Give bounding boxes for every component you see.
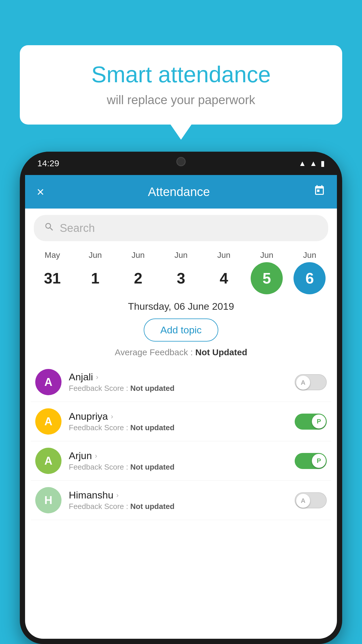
calendar-day[interactable]: Jun5 [248,251,286,294]
chevron-icon: › [96,373,98,381]
status-time: 14:29 [37,158,59,168]
cal-month-label: Jun [303,251,316,260]
avg-feedback: Average Feedback : Not Updated [25,345,337,363]
calendar-day[interactable]: Jun4 [205,251,243,294]
student-info: Anupriya ›Feedback Score : Not updated [69,411,287,432]
speech-bubble: Smart attendance will replace your paper… [20,45,342,125]
cal-date-number[interactable]: 1 [79,262,111,294]
cal-month-label: Jun [174,251,187,260]
student-name: Himanshu › [69,489,287,501]
cal-date-number[interactable]: 6 [294,262,326,294]
cal-date-number[interactable]: 4 [208,262,240,294]
calendar-day[interactable]: Jun6 [291,251,328,294]
avg-feedback-label: Average Feedback : [115,347,193,357]
attendance-toggle[interactable]: A [295,374,327,390]
app-title: Attendance [44,185,314,199]
calendar-day[interactable]: Jun1 [76,251,114,294]
student-avatar: H [35,487,61,513]
feedback-value: Not updated [130,463,175,471]
cal-date-number[interactable]: 31 [36,262,68,294]
toggle-thumb: A [296,494,310,508]
search-bar[interactable]: Search [34,215,328,241]
student-list: AAnjali ›Feedback Score : Not updatedAAA… [25,363,337,520]
search-placeholder: Search [60,222,95,235]
toggle-thumb: P [312,454,326,468]
student-info: Himanshu ›Feedback Score : Not updated [69,489,287,511]
toggle-track: P [295,453,327,469]
toggle-thumb: P [312,414,326,428]
cal-month-label: Jun [217,251,231,260]
cal-month-label: May [45,251,60,260]
feedback-value: Not updated [130,384,175,393]
student-name: Anjali › [69,371,287,383]
feedback-value: Not updated [130,502,175,511]
toggle-thumb: A [296,376,310,390]
wifi-icon: ▲ [299,159,306,168]
battery-icon: ▮ [321,159,325,168]
cal-date-number[interactable]: 5 [251,262,283,294]
calendar-row: May31Jun1Jun2Jun3Jun4Jun5Jun6 [25,248,337,294]
signal-icon: ▲ [310,159,317,168]
close-button[interactable]: × [37,185,44,199]
cal-date-number[interactable]: 2 [122,262,154,294]
chevron-icon: › [95,452,97,460]
student-name: Anupriya › [69,411,287,422]
student-feedback: Feedback Score : Not updated [69,423,287,432]
phone-camera [176,157,186,166]
student-info: Arjun ›Feedback Score : Not updated [69,450,287,472]
calendar-icon[interactable] [314,185,325,199]
toggle-track: A [295,492,327,508]
student-feedback: Feedback Score : Not updated [69,502,287,511]
student-item[interactable]: AArjun ›Feedback Score : Not updatedP [31,441,331,481]
avg-feedback-value: Not Updated [195,347,247,357]
attendance-toggle[interactable]: P [295,453,327,469]
search-icon [44,222,55,235]
phone-frame: 14:29 ▲ ▲ ▮ × Attendance [20,152,342,644]
student-feedback: Feedback Score : Not updated [69,463,287,472]
selected-date: Thursday, 06 June 2019 [25,294,337,315]
student-avatar: A [35,408,61,435]
app-header: × Attendance [25,175,337,209]
student-item[interactable]: AAnupriya ›Feedback Score : Not updatedP [31,402,331,441]
bubble-title: Smart attendance [37,61,325,88]
cal-month-label: Jun [131,251,145,260]
status-icons: ▲ ▲ ▮ [299,159,325,168]
calendar-day[interactable]: May31 [34,251,71,294]
cal-month-label: Jun [260,251,273,260]
bubble-subtitle: will replace your paperwork [37,93,325,107]
student-info: Anjali ›Feedback Score : Not updated [69,371,287,393]
student-item[interactable]: AAnjali ›Feedback Score : Not updatedA [31,363,331,402]
student-avatar: A [35,448,61,474]
student-name: Arjun › [69,450,287,461]
student-item[interactable]: HHimanshu ›Feedback Score : Not updatedA [31,481,331,520]
add-topic-button[interactable]: Add topic [144,318,218,342]
student-avatar: A [35,369,61,395]
status-bar: 14:29 ▲ ▲ ▮ [20,152,342,175]
attendance-toggle[interactable]: A [295,492,327,508]
calendar-day[interactable]: Jun2 [119,251,157,294]
attendance-toggle[interactable]: P [295,414,327,430]
toggle-track: A [295,374,327,390]
cal-date-number[interactable]: 3 [165,262,197,294]
phone-notch [155,152,207,169]
calendar-day[interactable]: Jun3 [162,251,200,294]
student-feedback: Feedback Score : Not updated [69,384,287,393]
chevron-icon: › [111,412,113,421]
cal-month-label: Jun [89,251,102,260]
feedback-value: Not updated [130,423,175,432]
app-screen: × Attendance Search May31Jun1Jun2Jun3Jun… [25,175,337,639]
chevron-icon: › [116,491,119,499]
toggle-track: P [295,414,327,430]
